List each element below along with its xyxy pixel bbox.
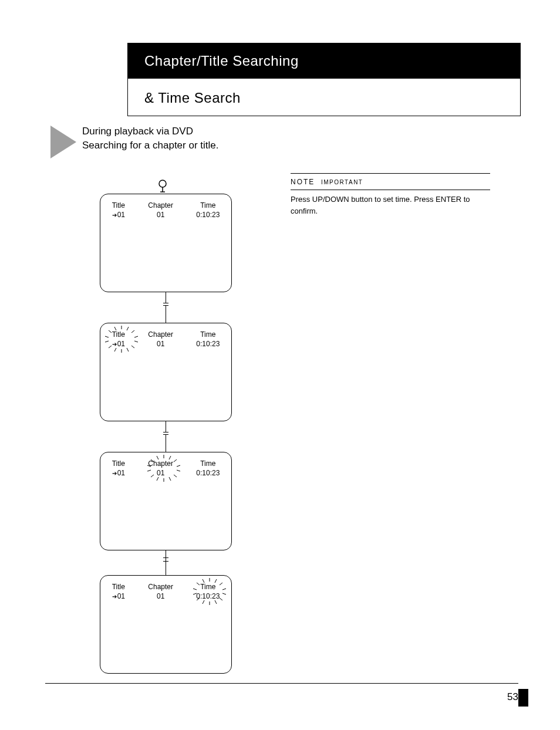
svg-line-29: [151, 459, 154, 462]
osd-time-col: Time 0:10:23: [196, 201, 220, 219]
figure-2: Title 01 Chapter 01 Time 0:10:23: [100, 323, 232, 421]
osd-chapter-label: Chapter: [148, 330, 173, 340]
osd-time-val: 0:10:23: [196, 469, 220, 478]
osd-time-col: Time 0:10:23: [196, 330, 220, 349]
svg-line-44: [203, 579, 204, 583]
svg-line-4: [127, 327, 129, 330]
osd-time-val: 0:10:23: [196, 211, 220, 220]
osd-screen: Title 01 Chapter 01 Time 0:10:23: [100, 575, 232, 674]
svg-point-0: [159, 180, 166, 187]
osd-chapter-col: Chapter 01: [148, 583, 173, 601]
osd-screen: Title 01 Chapter 01 Time 0:10:23: [100, 323, 232, 421]
svg-line-22: [174, 475, 177, 477]
svg-line-18: [169, 456, 171, 459]
svg-line-40: [197, 598, 200, 600]
connector-line: [166, 292, 166, 303]
svg-line-6: [134, 336, 138, 337]
osd-title-col: Title 01: [112, 201, 125, 219]
svg-line-37: [215, 600, 217, 604]
connector-line: [166, 421, 166, 432]
section-header: Chapter/Title Searching & Time Search: [127, 43, 521, 116]
connector-tick: [163, 434, 168, 435]
svg-line-41: [193, 593, 197, 594]
figure-3: Title 01 Chapter 01 Time 0:10:23: [100, 452, 232, 550]
connector-line: [166, 305, 166, 323]
note-subheading: IMPORTANT: [321, 179, 363, 185]
note-heading: NOTE IMPORTANT: [291, 173, 490, 190]
footer-rule: [45, 683, 518, 684]
arrow-icon: [112, 469, 117, 477]
highlight-icon: [192, 578, 227, 605]
osd-title-val: 01: [117, 592, 125, 600]
intro-line1: During playback via DVD: [82, 126, 193, 137]
svg-line-43: [197, 583, 200, 585]
svg-line-28: [147, 465, 151, 467]
svg-line-23: [169, 477, 171, 481]
osd-time-label: Time: [196, 201, 220, 211]
osd-chapter-val: 01: [148, 211, 173, 220]
play-icon: [50, 126, 76, 158]
intro-line2: Searching for a chapter or title.: [82, 140, 218, 151]
svg-line-5: [131, 330, 134, 333]
note-heading-text: NOTE: [291, 178, 315, 186]
header-line2: & Time Search: [128, 79, 520, 117]
magnifier-icon: [156, 179, 170, 193]
osd-screen: Title 01 Chapter 01 Time 0:10:23: [100, 452, 232, 550]
osd-chapter-col: Chapter 01: [148, 330, 173, 349]
connector-line: [166, 557, 166, 575]
svg-line-21: [177, 470, 180, 471]
svg-line-33: [220, 583, 222, 585]
highlight-icon: [146, 455, 181, 482]
osd-chapter-val: 01: [148, 340, 173, 349]
connector-tick: [163, 557, 168, 558]
osd-row: Title 01 Chapter 01 Time 0:10:23: [100, 201, 231, 219]
osd-title-label: Title: [112, 201, 125, 211]
arrow-icon: [112, 592, 117, 600]
svg-line-27: [147, 470, 151, 471]
page-number: 53: [507, 691, 518, 703]
osd-title-label: Title: [112, 583, 125, 592]
svg-line-42: [193, 589, 197, 590]
connector-tick: [163, 432, 168, 432]
svg-line-13: [105, 341, 109, 342]
svg-line-16: [114, 327, 116, 330]
svg-line-7: [134, 341, 138, 342]
osd-title-col: Title 01: [112, 459, 125, 478]
osd-time-label: Time: [196, 330, 220, 340]
svg-line-36: [220, 598, 222, 600]
figure-4: Title 01 Chapter 01 Time 0:10:23: [100, 575, 232, 674]
connector-tick: [163, 305, 168, 306]
svg-line-35: [222, 593, 226, 594]
svg-line-20: [177, 465, 180, 467]
svg-line-26: [151, 475, 154, 477]
osd-time-label: Time: [196, 459, 220, 469]
connector-line: [166, 434, 166, 452]
svg-line-11: [114, 348, 116, 352]
svg-line-32: [215, 579, 217, 583]
osd-screen: Title 01 Chapter 01 Time 0:10:23: [100, 194, 232, 292]
osd-chapter-label: Chapter: [148, 201, 173, 211]
header-line1: Chapter/Title Searching: [128, 43, 520, 79]
connector-tick: [163, 303, 168, 303]
osd-title-col: Title 01: [112, 583, 125, 601]
note-block: NOTE IMPORTANT Press UP/DOWN button to s…: [291, 173, 490, 217]
osd-time-col: Time 0:10:23: [196, 459, 220, 478]
osd-title-val: 01: [117, 469, 125, 477]
svg-line-39: [203, 600, 204, 604]
osd-chapter-val: 01: [148, 592, 173, 601]
osd-title-val: 01: [117, 211, 125, 219]
note-body: Press UP/DOWN button to set time. Press …: [291, 194, 490, 217]
svg-line-34: [222, 589, 226, 590]
svg-line-9: [127, 348, 129, 352]
svg-line-25: [157, 477, 158, 481]
osd-time-val: 0:10:23: [196, 340, 220, 349]
highlight-icon: [104, 326, 139, 353]
intro-text: During playback via DVD Searching for a …: [82, 124, 218, 153]
svg-line-15: [109, 330, 112, 333]
svg-line-19: [174, 459, 177, 462]
osd-chapter-label: Chapter: [148, 583, 173, 592]
arrow-icon: [112, 211, 117, 219]
figure-1: Title 01 Chapter 01 Time 0:10:23: [100, 194, 232, 292]
edge-tab: [518, 689, 528, 707]
osd-title-label: Title: [112, 459, 125, 469]
